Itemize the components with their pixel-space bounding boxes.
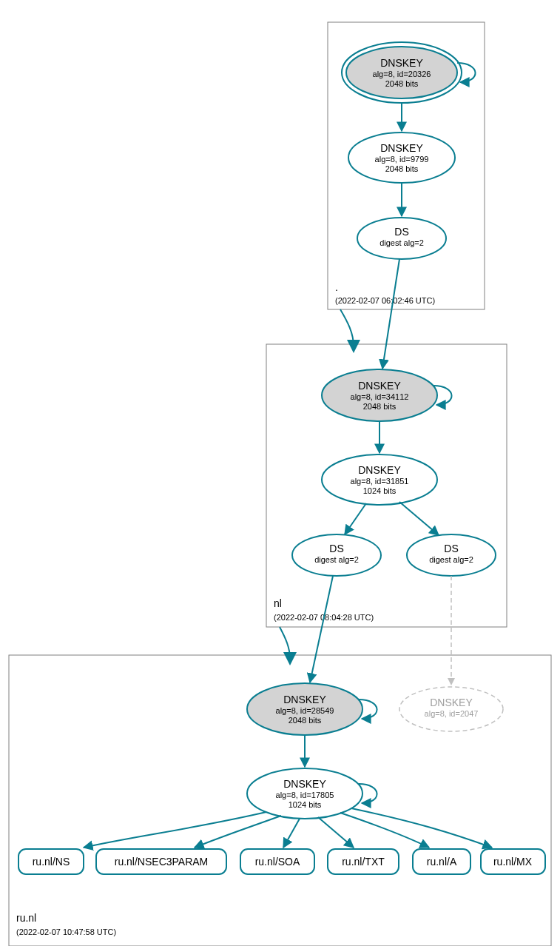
- node-nl-ds1: DS digest alg=2: [292, 534, 381, 576]
- edge-nl-to-runl-zone: [280, 627, 290, 659]
- svg-text:DS: DS: [394, 226, 408, 238]
- svg-text:2048 bits: 2048 bits: [363, 402, 397, 411]
- zone-timestamp-runl: (2022-02-07 10:47:58 UTC): [16, 927, 116, 936]
- zone-label-nl: nl: [274, 597, 282, 609]
- svg-text:ru.nl/A: ru.nl/A: [427, 856, 457, 868]
- node-nl-ds2: DS digest alg=2: [407, 534, 496, 576]
- svg-text:DNSKEY: DNSKEY: [380, 142, 423, 154]
- node-rr-txt: ru.nl/TXT: [328, 849, 399, 874]
- svg-text:DNSKEY: DNSKEY: [380, 57, 423, 69]
- svg-text:alg=8, id=9799: alg=8, id=9799: [375, 155, 429, 164]
- svg-text:1024 bits: 1024 bits: [363, 486, 397, 495]
- node-rr-a: ru.nl/A: [413, 849, 470, 874]
- svg-text:alg=8, id=2047: alg=8, id=2047: [425, 709, 479, 718]
- edge-nl-zsk-to-ds2: [399, 502, 439, 535]
- node-rr-ns: ru.nl/NS: [18, 849, 84, 874]
- node-rr-nsec3param: ru.nl/NSEC3PARAM: [96, 849, 226, 874]
- svg-text:digest alg=2: digest alg=2: [314, 555, 359, 564]
- svg-text:alg=8, id=28549: alg=8, id=28549: [276, 706, 334, 715]
- edge-zsk-rr-ns: [84, 812, 266, 848]
- node-nl-ksk: DNSKEY alg=8, id=34112 2048 bits: [322, 369, 437, 421]
- edge-zsk-rr-txt: [318, 817, 354, 848]
- svg-text:DNSKEY: DNSKEY: [358, 464, 401, 476]
- node-root-zsk: DNSKEY alg=8, id=9799 2048 bits: [348, 132, 455, 183]
- edge-zsk-rr-nsec3: [195, 816, 281, 848]
- node-runl-zsk: DNSKEY alg=8, id=17805 1024 bits: [247, 768, 362, 819]
- node-runl-dashed: DNSKEY alg=8, id=2047: [399, 687, 503, 731]
- svg-text:DNSKEY: DNSKEY: [358, 380, 401, 392]
- edge-root-ds-to-nl-ksk: [382, 259, 399, 369]
- edge-nl-ds1-to-runl-ksk: [310, 576, 333, 682]
- zone-label-root: .: [335, 281, 338, 293]
- svg-text:ru.nl/NSEC3PARAM: ru.nl/NSEC3PARAM: [115, 856, 209, 868]
- svg-text:digest alg=2: digest alg=2: [429, 555, 473, 564]
- edge-zsk-rr-a: [340, 813, 429, 848]
- svg-text:ru.nl/NS: ru.nl/NS: [33, 856, 70, 868]
- edge-nl-zsk-to-ds1: [345, 503, 366, 534]
- svg-text:2048 bits: 2048 bits: [289, 716, 322, 725]
- node-root-ksk: DNSKEY alg=8, id=20326 2048 bits: [342, 42, 462, 103]
- svg-text:digest alg=2: digest alg=2: [379, 238, 424, 247]
- svg-text:DNSKEY: DNSKEY: [283, 694, 326, 705]
- svg-text:DNSKEY: DNSKEY: [430, 697, 473, 708]
- svg-text:2048 bits: 2048 bits: [385, 79, 419, 88]
- edge-zsk-rr-mx: [351, 808, 492, 848]
- svg-text:2048 bits: 2048 bits: [385, 164, 419, 173]
- edge-root-to-nl-zone: [340, 309, 354, 346]
- svg-text:alg=8, id=20326: alg=8, id=20326: [373, 70, 431, 78]
- node-rr-mx: ru.nl/MX: [481, 849, 545, 874]
- svg-text:DS: DS: [444, 543, 458, 554]
- svg-text:alg=8, id=31851: alg=8, id=31851: [351, 477, 409, 486]
- node-runl-ksk: DNSKEY alg=8, id=28549 2048 bits: [247, 683, 362, 735]
- svg-text:ru.nl/TXT: ru.nl/TXT: [342, 856, 385, 868]
- svg-text:alg=8, id=34112: alg=8, id=34112: [351, 392, 409, 401]
- svg-text:DS: DS: [329, 543, 343, 554]
- svg-text:DNSKEY: DNSKEY: [283, 778, 326, 790]
- svg-text:alg=8, id=17805: alg=8, id=17805: [276, 791, 334, 799]
- svg-text:1024 bits: 1024 bits: [289, 800, 322, 809]
- node-rr-soa: ru.nl/SOA: [240, 849, 314, 874]
- svg-text:ru.nl/SOA: ru.nl/SOA: [255, 856, 300, 868]
- node-root-ds: DS digest alg=2: [357, 218, 446, 259]
- edge-zsk-rr-soa: [283, 819, 300, 848]
- zone-timestamp-root: (2022-02-07 06:02:46 UTC): [335, 296, 435, 305]
- zone-label-runl: ru.nl: [16, 912, 36, 924]
- dnssec-auth-graph: . (2022-02-07 06:02:46 UTC) nl (2022-02-…: [0, 0, 560, 946]
- svg-text:ru.nl/MX: ru.nl/MX: [493, 856, 533, 868]
- node-nl-zsk: DNSKEY alg=8, id=31851 1024 bits: [322, 454, 437, 505]
